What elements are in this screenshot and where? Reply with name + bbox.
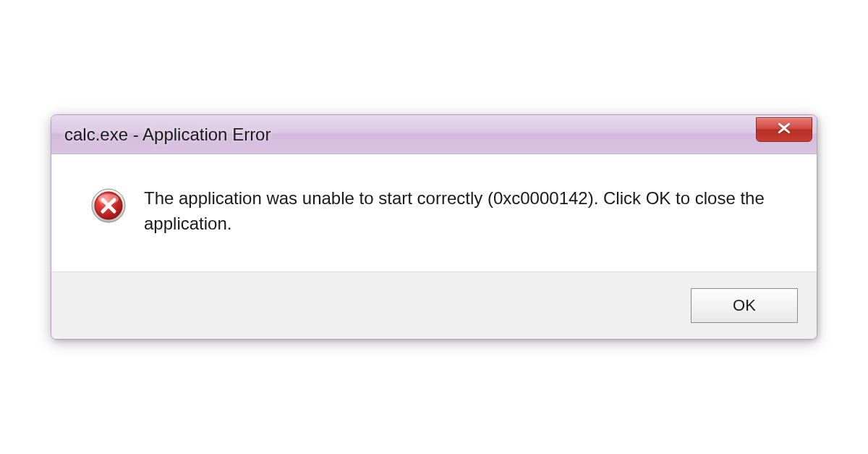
window-title: calc.exe - Application Error [64,125,271,145]
titlebar[interactable]: calc.exe - Application Error [51,115,817,154]
error-icon [90,188,127,224]
close-button[interactable] [756,117,812,142]
close-icon [776,122,792,137]
button-bar: OK [51,272,817,339]
error-message: The application was unable to start corr… [144,186,766,237]
dialog-content: The application was unable to start corr… [51,154,817,272]
error-dialog: calc.exe - Application Error [51,114,817,340]
ok-button[interactable]: OK [691,288,798,323]
